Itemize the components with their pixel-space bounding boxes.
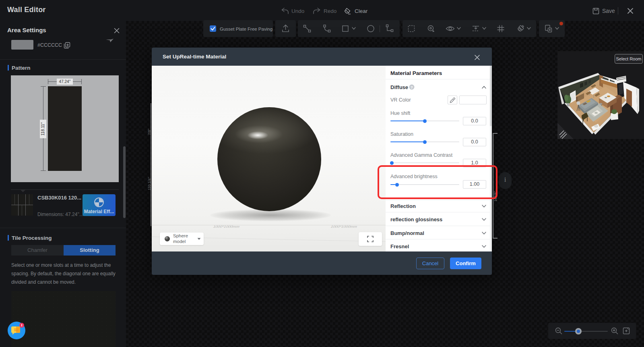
- svg-text:?: ?: [411, 85, 413, 89]
